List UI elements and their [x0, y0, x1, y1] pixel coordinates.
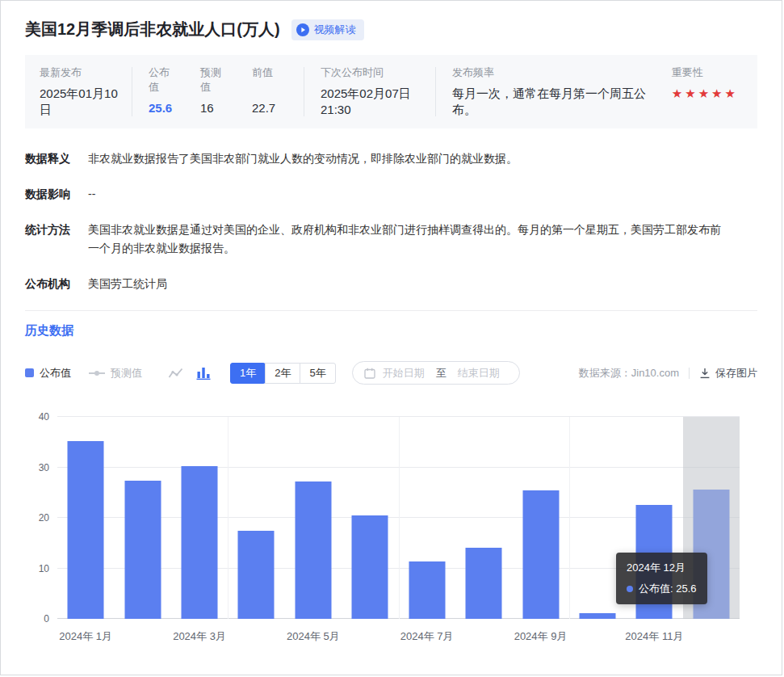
- star-icon: ★: [672, 86, 685, 100]
- previous-value: 前值 22.7: [252, 65, 302, 116]
- forecast-value-label: 预测值: [200, 65, 224, 95]
- chart-bar[interactable]: [295, 481, 331, 619]
- importance: 重要性 ★★★★★: [672, 65, 743, 102]
- detail-row-impact: 数据影响 --: [25, 185, 757, 204]
- range-button-2y[interactable]: 2年: [265, 363, 300, 384]
- next-release-value: 2025年02月07日 21:30: [321, 86, 416, 118]
- y-tick-label: 0: [44, 613, 49, 624]
- chart-y-axis: 010203040: [25, 417, 57, 619]
- x-tick-label: 2024年 1月: [59, 629, 112, 644]
- detail-content: --: [88, 185, 95, 204]
- importance-stars: ★★★★★: [672, 86, 738, 102]
- history-chart: 010203040 2024年 12月 公布值: 25.6: [25, 417, 757, 619]
- legend-label: 预测值: [111, 366, 142, 381]
- detail-content: 非农就业数据报告了美国非农部门就业人数的变动情况，即排除农业部门的就业数据。: [88, 149, 518, 168]
- line-series-marker-icon: [89, 372, 105, 374]
- chart-bar[interactable]: [466, 548, 502, 620]
- release-frequency: 发布频率 每月一次，通常在每月第一个周五公布。: [452, 65, 659, 118]
- date-range-picker[interactable]: 开始日期 至 结束日期: [352, 361, 520, 385]
- start-date-input[interactable]: 开始日期: [383, 366, 425, 381]
- x-tick-label: 2024年 11月: [625, 629, 683, 644]
- header: 美国12月季调后非农就业人口(万人) 视频解读: [25, 19, 757, 40]
- line-chart-icon[interactable]: [168, 367, 183, 380]
- chart-bar[interactable]: [352, 515, 388, 620]
- time-range-group: 1年 2年 5年: [230, 363, 336, 384]
- chart-bar[interactable]: [68, 441, 104, 620]
- detail-content: 美国劳工统计局: [88, 275, 167, 293]
- divider: [435, 67, 436, 116]
- x-tick-label: 2024年 9月: [514, 629, 568, 644]
- published-value-number: 25.6: [149, 100, 200, 116]
- detail-content: 美国非农就业数据是通过对美国的企业、政府机构和非农业部门进行抽样调查得出的。每月…: [88, 221, 726, 258]
- bar-slot: [399, 417, 455, 619]
- legend-item-published[interactable]: 公布值: [25, 366, 71, 381]
- chart-controls: 公布值 预测值 1年 2年 5年 开始日期 至 结束日期: [25, 361, 757, 385]
- page: 美国12月季调后非农就业人口(万人) 视频解读 最新发布 2025年01月10日…: [0, 0, 782, 675]
- divider: [304, 67, 304, 116]
- range-button-5y[interactable]: 5年: [300, 363, 335, 384]
- release-frequency-label: 发布频率: [452, 65, 659, 80]
- bar-slot: [228, 417, 284, 619]
- bar-slot: [342, 417, 398, 619]
- bar-slot: [171, 417, 228, 619]
- published-value-label: 公布值: [149, 65, 173, 95]
- y-tick-label: 20: [39, 512, 49, 524]
- legend-item-forecast[interactable]: 预测值: [89, 366, 142, 381]
- bar-slot: [57, 417, 114, 619]
- chart-bar[interactable]: [182, 466, 218, 619]
- bar-chart-icon[interactable]: [196, 367, 211, 380]
- x-tick-label: 2024年 5月: [287, 629, 340, 644]
- page-title: 美国12月季调后非农就业人口(万人): [25, 19, 280, 40]
- range-button-1y[interactable]: 1年: [230, 363, 266, 384]
- video-explain-button[interactable]: 视频解读: [291, 19, 364, 40]
- bar-slot: [455, 417, 512, 619]
- bar-slot: [512, 417, 568, 619]
- detail-label: 统计方法: [25, 221, 75, 258]
- star-icon: ★: [725, 86, 738, 100]
- horizontal-rule: [25, 310, 757, 311]
- forecast-value: 预测值 16: [200, 65, 252, 116]
- star-icon: ★: [685, 86, 698, 100]
- chart-bar[interactable]: [522, 490, 559, 619]
- download-icon: [699, 368, 711, 379]
- next-release-label: 下次公布时间: [321, 65, 434, 80]
- tooltip-row: 公布值: 25.6: [627, 582, 697, 596]
- legend-label: 公布值: [40, 366, 71, 381]
- bar-series-marker-icon: [25, 368, 34, 377]
- star-icon: ★: [711, 86, 724, 100]
- end-date-input[interactable]: 结束日期: [458, 366, 500, 381]
- y-tick-label: 10: [39, 563, 49, 574]
- save-image-button[interactable]: 保存图片: [699, 366, 757, 381]
- published-value: 公布值 25.6: [149, 65, 200, 116]
- chart-plot: 2024年 12月 公布值: 25.6: [57, 417, 740, 619]
- date-separator: 至: [436, 366, 447, 381]
- detail-row-method: 统计方法 美国非农就业数据是通过对美国的企业、政府机构和非农业部门进行抽样调查得…: [25, 221, 757, 258]
- chart-bar[interactable]: [238, 531, 275, 619]
- data-source-text: 数据来源：Jin10.com: [579, 366, 679, 381]
- x-tick-label: 2024年 3月: [173, 629, 226, 644]
- chart-bar[interactable]: [409, 561, 445, 619]
- x-tick-label: 2024年 7月: [400, 629, 454, 644]
- forecast-value-number: 16: [200, 100, 252, 116]
- bar-slot: [285, 417, 342, 619]
- tooltip-title: 2024年 12月: [627, 561, 697, 575]
- chart-tools: 数据来源：Jin10.com 保存图片: [579, 366, 757, 381]
- chart-type-switch: [168, 367, 211, 380]
- detail-section: 数据释义 非农就业数据报告了美国非农部门就业人数的变动情况，即排除农业部门的就业…: [25, 149, 757, 293]
- chart-bar[interactable]: [124, 481, 161, 620]
- detail-label: 公布机构: [25, 275, 75, 293]
- series-dot-icon: [627, 586, 633, 592]
- play-icon: [296, 23, 309, 36]
- detail-row-definition: 数据释义 非农就业数据报告了美国非农部门就业人数的变动情况，即排除农业部门的就业…: [25, 149, 757, 168]
- save-image-label: 保存图片: [715, 366, 757, 381]
- calendar-icon: [364, 368, 375, 379]
- divider: [132, 67, 132, 116]
- previous-value-label: 前值: [252, 65, 302, 95]
- y-tick-label: 30: [39, 462, 49, 473]
- importance-label: 重要性: [672, 65, 738, 80]
- chart-bar[interactable]: [580, 613, 616, 620]
- video-badge-label: 视频解读: [314, 23, 356, 37]
- star-icon: ★: [698, 86, 711, 100]
- history-section-title: 历史数据: [25, 323, 757, 338]
- y-tick-label: 40: [39, 411, 49, 423]
